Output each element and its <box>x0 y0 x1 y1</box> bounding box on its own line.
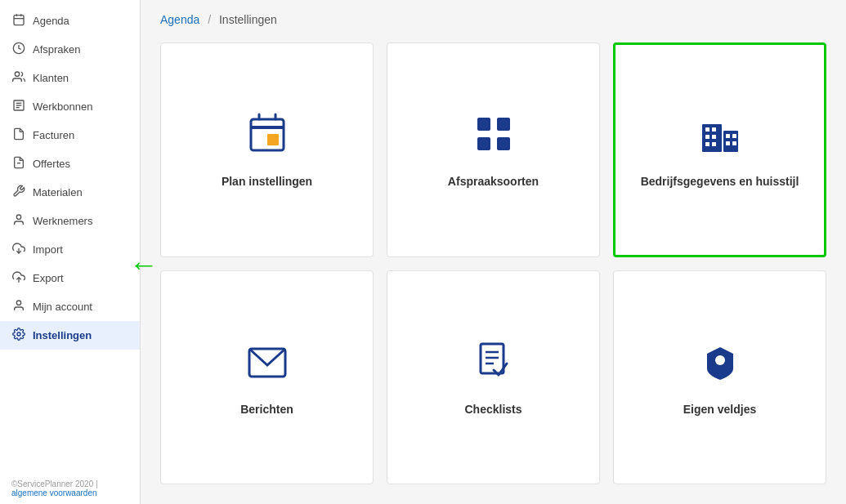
svg-rect-32 <box>712 142 716 146</box>
svg-point-15 <box>17 332 20 336</box>
instellingen-icon <box>11 328 26 343</box>
checklists-icon <box>471 339 517 391</box>
svg-rect-27 <box>705 127 709 132</box>
svg-rect-22 <box>497 118 510 131</box>
svg-rect-0 <box>14 16 24 25</box>
card-label-afspraaksoorten: Afspraaksoorten <box>448 175 539 188</box>
sidebar-label-export: Export <box>33 272 64 284</box>
sidebar-item-export[interactable]: Export <box>0 264 140 292</box>
breadcrumb-current: Instellingen <box>219 13 277 26</box>
svg-rect-36 <box>732 141 736 145</box>
breadcrumb-separator: / <box>208 13 211 26</box>
afspraaksoorten-icon <box>471 111 517 163</box>
sidebar-item-facturen[interactable]: Facturen <box>0 121 140 149</box>
bedrijfsgegevens-icon <box>697 111 743 163</box>
sidebar-label-afspraken: Afspraken <box>33 43 81 56</box>
sidebar-label-instellingen: Instellingen <box>33 329 92 341</box>
card-label-bedrijfsgegevens: Bedrijfsgegevens en huisstijl <box>641 175 799 188</box>
svg-point-5 <box>15 72 19 76</box>
sidebar-item-instellingen[interactable]: Instellingen <box>0 321 140 350</box>
offertes-icon <box>11 156 26 172</box>
sidebar-label-import: Import <box>33 243 63 256</box>
svg-rect-34 <box>726 141 730 145</box>
sidebar-label-klanten: Klanten <box>33 72 69 84</box>
card-bedrijfsgegevens[interactable]: Bedrijfsgegevens en huisstijl <box>613 42 826 257</box>
svg-rect-23 <box>477 137 490 150</box>
svg-rect-28 <box>712 127 716 132</box>
eigen-veldjes-icon <box>697 339 743 391</box>
svg-rect-35 <box>732 134 736 138</box>
card-label-berichten: Berichten <box>240 403 293 416</box>
footer-link[interactable]: algemene voorwaarden <box>11 488 97 497</box>
card-plan-instellingen[interactable]: Plan instellingen <box>160 42 374 257</box>
sidebar-label-facturen: Facturen <box>33 129 74 141</box>
sidebar-item-import[interactable]: Import <box>0 235 140 264</box>
sidebar-item-klanten[interactable]: Klanten <box>0 64 140 92</box>
svg-rect-29 <box>705 135 709 139</box>
sidebar-label-werknemers: Werknemers <box>33 215 92 227</box>
sidebar-footer: ©ServicePlanner 2020 | algemene voorwaar… <box>0 473 140 504</box>
sidebar-label-mijn-account: Mijn account <box>33 301 92 313</box>
sidebar-item-werknemers[interactable]: Werknemers <box>0 207 140 235</box>
sidebar-label-offertes: Offertes <box>33 158 70 170</box>
sidebar-label-agenda: Agenda <box>33 15 69 27</box>
berichten-icon <box>244 339 290 391</box>
sidebar-item-offertes[interactable]: Offertes <box>0 149 140 178</box>
card-label-checklists: Checklists <box>464 403 521 416</box>
card-label-eigen-veldjes: Eigen veldjes <box>683 403 756 416</box>
sidebar: Agenda Afspraken Klanten Werkbonnen <box>0 0 141 504</box>
card-eigen-veldjes[interactable]: Eigen veldjes <box>613 270 826 485</box>
card-checklists[interactable]: Checklists <box>387 270 600 485</box>
sidebar-label-materialen: Materialen <box>33 186 83 198</box>
svg-rect-30 <box>712 135 716 139</box>
sidebar-item-materialen[interactable]: Materialen <box>0 178 140 207</box>
export-icon <box>11 270 26 286</box>
plan-instellingen-icon <box>244 111 290 163</box>
sidebar-item-afspraken[interactable]: Afspraken <box>0 35 140 64</box>
svg-rect-24 <box>497 137 510 150</box>
card-berichten[interactable]: Berichten <box>160 270 374 485</box>
svg-point-14 <box>16 301 20 305</box>
mijn-account-icon <box>11 299 26 314</box>
svg-rect-21 <box>477 118 490 131</box>
sidebar-item-agenda[interactable]: Agenda <box>0 7 140 35</box>
afspraken-icon <box>11 42 26 57</box>
werknemers-icon <box>11 213 26 229</box>
materialen-icon <box>11 185 26 200</box>
breadcrumb: Agenda / Instellingen <box>141 0 846 34</box>
agenda-icon <box>11 13 26 29</box>
import-icon <box>11 242 26 257</box>
werkbonnen-icon <box>11 99 26 114</box>
settings-grid: Plan instellingen Afspraaksoorten <box>141 34 846 504</box>
svg-rect-17 <box>251 126 284 129</box>
facturen-icon <box>11 127 26 143</box>
sidebar-item-werkbonnen[interactable]: Werkbonnen <box>0 92 140 121</box>
main-content: Agenda / Instellingen Plan instellingen <box>141 0 846 504</box>
svg-point-42 <box>715 355 725 365</box>
sidebar-item-mijn-account[interactable]: Mijn account <box>0 292 140 321</box>
svg-point-11 <box>16 215 20 219</box>
svg-rect-20 <box>267 134 279 145</box>
sidebar-label-werkbonnen: Werkbonnen <box>33 100 92 113</box>
card-afspraaksoorten[interactable]: Afspraaksoorten <box>387 42 600 257</box>
card-label-plan-instellingen: Plan instellingen <box>222 175 312 188</box>
sidebar-nav: Agenda Afspraken Klanten Werkbonnen <box>0 0 140 473</box>
svg-rect-33 <box>726 134 730 138</box>
breadcrumb-parent[interactable]: Agenda <box>160 13 199 26</box>
klanten-icon <box>11 70 26 86</box>
footer-text: ©ServicePlanner 2020 | <box>11 479 98 488</box>
svg-rect-31 <box>705 142 709 146</box>
